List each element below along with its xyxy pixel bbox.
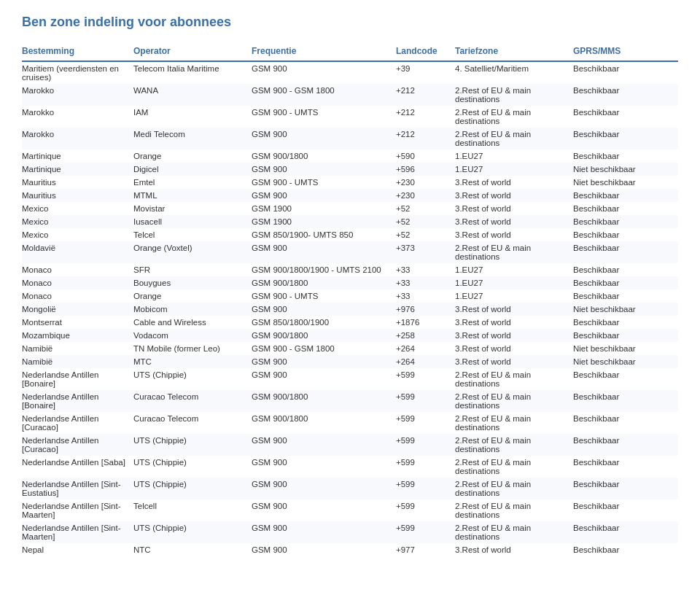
table-cell: GSM 900 — [252, 434, 396, 456]
table-cell: +599 — [396, 499, 455, 521]
table-cell: 1.EU27 — [455, 276, 573, 289]
table-cell: Marokko — [22, 128, 133, 149]
table-cell: +373 — [396, 241, 455, 263]
table-cell: Mauritius — [22, 176, 133, 189]
table-cell: Beschikbaar — [573, 499, 678, 521]
table-cell: Vodacom — [133, 329, 252, 342]
table-cell: +590 — [396, 149, 455, 163]
table-row: Nederlandse Antillen [Sint-Maarten]UTS (… — [22, 521, 678, 543]
table-cell: +977 — [396, 543, 455, 556]
table-row: Maritiem (veerdiensten en cruises)Teleco… — [22, 61, 678, 84]
table-cell: Montserrat — [22, 316, 133, 329]
table-cell: UTS (Chippie) — [133, 368, 252, 390]
table-cell: Beschikbaar — [573, 329, 678, 342]
table-cell: Mexico — [22, 228, 133, 241]
table-cell: GSM 850/1800/1900 — [252, 316, 396, 329]
table-cell: WANA — [133, 84, 252, 106]
table-cell: 3.Rest of world — [455, 316, 573, 329]
table-cell: MTC — [133, 355, 252, 368]
table-cell: GSM 900 — [252, 499, 396, 521]
table-row: MauritiusEmtelGSM 900 - UMTS+2303.Rest o… — [22, 176, 678, 189]
table-cell: GSM 900 — [252, 163, 396, 176]
table-row: MarokkoIAMGSM 900 - UMTS+2122.Rest of EU… — [22, 106, 678, 128]
table-row: MontserratCable and WirelessGSM 850/1800… — [22, 316, 678, 329]
table-cell: +599 — [396, 478, 455, 499]
table-row: MauritiusMTMLGSM 900+2303.Rest of worldB… — [22, 189, 678, 202]
table-cell: Niet beschikbaar — [573, 342, 678, 355]
table-cell: +596 — [396, 163, 455, 176]
table-row: MartiniqueOrangeGSM 900/1800+5901.EU27Be… — [22, 149, 678, 163]
table-cell: Medi Telecom — [133, 128, 252, 149]
table-cell: Telecom Italia Maritime — [133, 61, 252, 84]
table-cell: Mongolië — [22, 303, 133, 316]
table-cell: GSM 1900 — [252, 215, 396, 228]
table-cell: 2.Rest of EU & main destinations — [455, 84, 573, 106]
table-cell: +1876 — [396, 316, 455, 329]
table-cell: Beschikbaar — [573, 61, 678, 84]
table-cell: GSM 1900 — [252, 202, 396, 215]
table-cell: Moldavië — [22, 241, 133, 263]
table-cell: +599 — [396, 521, 455, 543]
table-cell: Nederlandse Antillen [Bonaire] — [22, 390, 133, 412]
table-cell: +33 — [396, 276, 455, 289]
zones-table: Bestemming Operator Frequentie Landcode … — [22, 43, 678, 556]
table-cell: Nederlandse Antillen [Saba] — [22, 456, 133, 478]
table-cell: Nederlandse Antillen [Sint-Eustatius] — [22, 478, 133, 499]
table-cell: GSM 900 — [252, 128, 396, 149]
header-bestemming: Bestemming — [22, 43, 133, 61]
table-cell: GSM 900 — [252, 368, 396, 390]
table-cell: 3.Rest of world — [455, 189, 573, 202]
table-cell: GSM 900/1800 — [252, 412, 396, 434]
table-cell: GSM 900 — [252, 189, 396, 202]
table-cell: +52 — [396, 228, 455, 241]
table-row: Nederlandse Antillen [Bonaire]UTS (Chipp… — [22, 368, 678, 390]
table-cell: 1.EU27 — [455, 263, 573, 276]
table-cell: Beschikbaar — [573, 478, 678, 499]
table-cell: GSM 900 — [252, 478, 396, 499]
table-row: MonacoBouyguesGSM 900/1800+331.EU27Besch… — [22, 276, 678, 289]
table-cell: +230 — [396, 176, 455, 189]
table-cell: +599 — [396, 412, 455, 434]
table-cell: Nederlandse Antillen [Sint-Maarten] — [22, 521, 133, 543]
table-cell: Emtel — [133, 176, 252, 189]
table-header-row: Bestemming Operator Frequentie Landcode … — [22, 43, 678, 61]
page-title: Ben zone indeling voor abonnees — [22, 15, 678, 30]
table-cell: GSM 900 — [252, 241, 396, 263]
table-cell: Monaco — [22, 276, 133, 289]
table-cell: IAM — [133, 106, 252, 128]
table-cell: Orange — [133, 289, 252, 303]
table-cell: Mozambique — [22, 329, 133, 342]
table-row: Nederlandse Antillen [Sint-Eustatius]UTS… — [22, 478, 678, 499]
table-cell: Beschikbaar — [573, 543, 678, 556]
table-cell: 2.Rest of EU & main destinations — [455, 434, 573, 456]
table-cell: Beschikbaar — [573, 412, 678, 434]
table-row: Nederlandse Antillen [Curacao]UTS (Chipp… — [22, 434, 678, 456]
table-row: NepalNTCGSM 900+9773.Rest of worldBeschi… — [22, 543, 678, 556]
table-cell: GSM 900 - GSM 1800 — [252, 342, 396, 355]
table-cell: 2.Rest of EU & main destinations — [455, 106, 573, 128]
table-cell: Beschikbaar — [573, 434, 678, 456]
header-gprs: GPRS/MMS — [573, 43, 678, 61]
table-cell: +264 — [396, 342, 455, 355]
table-cell: +52 — [396, 215, 455, 228]
table-cell: Niet beschikbaar — [573, 303, 678, 316]
table-cell: 3.Rest of world — [455, 215, 573, 228]
table-row: MexicoIusacellGSM 1900+523.Rest of world… — [22, 215, 678, 228]
table-cell: 3.Rest of world — [455, 228, 573, 241]
table-row: MoldaviëOrange (Voxtel)GSM 900+3732.Rest… — [22, 241, 678, 263]
table-cell: Maritiem (veerdiensten en cruises) — [22, 61, 133, 84]
table-cell: 3.Rest of world — [455, 303, 573, 316]
table-cell: GSM 900 — [252, 521, 396, 543]
table-cell: GSM 900 — [252, 355, 396, 368]
table-cell: GSM 900 — [252, 303, 396, 316]
table-cell: Orange (Voxtel) — [133, 241, 252, 263]
table-cell: Beschikbaar — [573, 456, 678, 478]
table-cell: Niet beschikbaar — [573, 176, 678, 189]
table-cell: GSM 900/1800/1900 - UMTS 2100 — [252, 263, 396, 276]
table-cell: 1.EU27 — [455, 149, 573, 163]
table-cell: 3.Rest of world — [455, 202, 573, 215]
table-cell: NTC — [133, 543, 252, 556]
table-cell: +599 — [396, 390, 455, 412]
table-cell: GSM 900/1800 — [252, 276, 396, 289]
table-row: Nederlandse Antillen [Bonaire]Curacao Te… — [22, 390, 678, 412]
